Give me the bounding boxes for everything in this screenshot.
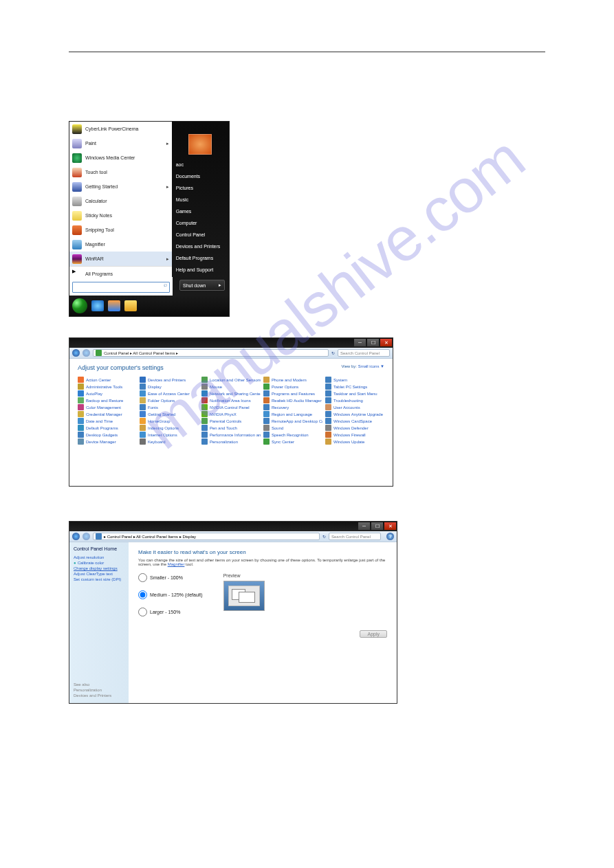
control-panel-item[interactable]: Device Manager [78, 438, 137, 445]
control-panel-item[interactable]: Phone and Modem [263, 377, 322, 383]
control-panel-item[interactable]: Credential Manager [78, 411, 137, 417]
refresh-icon[interactable]: ↻ [331, 350, 335, 355]
user-picture[interactable] [188, 134, 212, 155]
control-panel-item[interactable]: Programs and Features [263, 390, 322, 397]
start-menu-right-item[interactable]: aoc [172, 159, 229, 170]
control-panel-item[interactable]: Display [140, 383, 199, 390]
help-icon[interactable]: ? [386, 533, 394, 540]
control-panel-item[interactable]: Mouse [201, 383, 261, 390]
start-menu-item[interactable]: Paint▸ [69, 136, 172, 151]
back-button[interactable] [72, 349, 80, 357]
control-panel-item[interactable]: Realtek HD Audio Manager [263, 397, 322, 403]
start-menu-item[interactable]: Touch tool [69, 165, 172, 179]
control-panel-item[interactable]: Administrative Tools [78, 383, 137, 390]
start-menu-right-item[interactable]: Games [172, 205, 229, 217]
control-panel-item[interactable]: Tablet PC Settings [325, 383, 384, 390]
control-panel-item[interactable]: Troubleshooting [325, 397, 384, 403]
search-input[interactable] [72, 282, 170, 293]
control-panel-item[interactable]: RemoteApp and Desktop Connections [263, 418, 322, 424]
control-panel-item[interactable]: Power Options [263, 383, 322, 390]
control-panel-item[interactable]: User Accounts [325, 404, 384, 410]
sidebar-link[interactable]: Change display settings [74, 566, 124, 570]
radio-input[interactable] [138, 573, 147, 582]
start-menu-item[interactable]: CyberLink PowerCinema [69, 122, 172, 136]
start-menu-right-item[interactable]: Computer [172, 217, 229, 229]
control-panel-item[interactable]: Devices and Printers [140, 377, 199, 383]
ie-icon[interactable] [91, 300, 104, 311]
control-panel-item[interactable]: NVIDIA PhysX [201, 411, 261, 417]
control-panel-item[interactable]: Backup and Restore [78, 397, 137, 403]
control-panel-item[interactable]: Windows CardSpace [325, 418, 384, 424]
start-menu-item[interactable]: Getting Started▸ [69, 179, 172, 194]
shutdown-button[interactable]: Shut down ▸ [179, 280, 225, 291]
start-menu-item[interactable]: Sticky Notes [69, 208, 172, 223]
control-panel-item[interactable]: Pen and Touch [201, 425, 261, 431]
text-size-option[interactable]: Medium - 125% (default) [138, 590, 203, 599]
search-box[interactable]: Search Control Panel [338, 349, 390, 357]
start-menu-item[interactable]: Snipping Tool [69, 223, 172, 237]
control-panel-item[interactable]: System [325, 377, 384, 383]
control-panel-item[interactable]: Keyboard [140, 438, 199, 445]
close-button[interactable]: ✕ [380, 339, 392, 346]
control-panel-item[interactable]: Sound [263, 425, 322, 431]
search-box[interactable]: Search Control Panel [329, 533, 381, 540]
control-panel-item[interactable]: Speech Recognition [263, 432, 322, 438]
start-menu-right-item[interactable]: Help and Support [172, 264, 229, 276]
start-orb[interactable] [72, 298, 87, 313]
refresh-icon[interactable]: ↻ [322, 534, 326, 539]
control-panel-item[interactable]: Windows Defender [325, 425, 384, 431]
back-button[interactable] [72, 533, 80, 540]
start-menu-item[interactable]: Windows Media Center [69, 151, 172, 165]
radio-input[interactable] [138, 608, 147, 616]
control-panel-item[interactable]: Date and Time [78, 418, 137, 424]
see-also-link[interactable]: Personalization [74, 688, 124, 692]
control-panel-item[interactable]: Indexing Options [140, 425, 199, 431]
see-also-link[interactable]: Devices and Printers [74, 693, 124, 698]
control-panel-item[interactable]: Windows Update [325, 438, 384, 445]
magnifier-link[interactable]: Magnifier [168, 562, 185, 566]
control-panel-item[interactable]: Parental Controls [201, 418, 261, 424]
text-size-option[interactable]: Smaller - 100% [138, 573, 203, 582]
control-panel-item[interactable]: Ease of Access Center [140, 390, 199, 397]
control-panel-item[interactable]: Windows Firewall [325, 432, 384, 438]
sidebar-link[interactable]: Set custom text size (DPI) [74, 577, 124, 581]
control-panel-item[interactable]: Network and Sharing Center [201, 390, 261, 397]
control-panel-item[interactable]: HomeGroup [140, 418, 199, 424]
control-panel-item[interactable]: Getting Started [140, 411, 199, 417]
wmp-icon[interactable] [108, 300, 120, 311]
control-panel-item[interactable]: Default Programs [78, 425, 137, 431]
explorer-icon[interactable] [124, 300, 137, 311]
breadcrumb-bar[interactable]: Control Panel ▸ All Control Panel Items … [93, 349, 329, 357]
control-panel-item[interactable]: AutoPlay [78, 390, 137, 397]
control-panel-item[interactable]: Color Management [78, 404, 137, 410]
control-panel-item[interactable]: Performance Information and Tools [201, 432, 261, 438]
radio-input[interactable] [138, 590, 147, 599]
apply-button[interactable]: Apply [360, 630, 387, 638]
start-menu-right-item[interactable]: Default Programs [172, 252, 229, 264]
minimize-button[interactable]: ─ [358, 522, 370, 530]
maximize-button[interactable]: ☐ [367, 339, 379, 346]
control-panel-item[interactable]: Notification Area Icons [201, 397, 261, 403]
control-panel-item[interactable]: Internet Options [140, 432, 199, 438]
breadcrumb-bar[interactable]: ▸ Control Panel ▸ All Control Panel Item… [93, 533, 320, 540]
text-size-option[interactable]: Larger - 150% [138, 608, 203, 616]
view-by-selector[interactable]: View by: Small icons ▼ [341, 364, 384, 368]
start-menu-item[interactable]: Calculator [69, 194, 172, 208]
start-menu-item[interactable]: Magnifier [69, 237, 172, 252]
control-panel-item[interactable]: Personalization [201, 438, 261, 445]
control-panel-item[interactable]: Windows Anytime Upgrade [325, 411, 384, 417]
start-menu-right-item[interactable]: Pictures [172, 182, 229, 194]
control-panel-item[interactable]: Location and Other Sensors [201, 377, 261, 383]
start-menu-item[interactable]: WinRAR▸ [69, 252, 172, 266]
control-panel-item[interactable]: Fonts [140, 404, 199, 410]
sidebar-link[interactable]: Adjust resolution [74, 555, 124, 559]
minimize-button[interactable]: ─ [354, 339, 366, 346]
control-panel-item[interactable]: NVIDIA Control Panel [201, 404, 261, 410]
start-menu-right-item[interactable]: Music [172, 194, 229, 205]
control-panel-item[interactable]: Folder Options [140, 397, 199, 403]
control-panel-item[interactable]: Taskbar and Start Menu [325, 390, 384, 397]
control-panel-item[interactable]: Sync Center [263, 438, 322, 445]
start-menu-right-item[interactable]: Control Panel [172, 229, 229, 241]
maximize-button[interactable]: ☐ [371, 522, 383, 530]
start-menu-right-item[interactable]: Devices and Printers [172, 241, 229, 252]
